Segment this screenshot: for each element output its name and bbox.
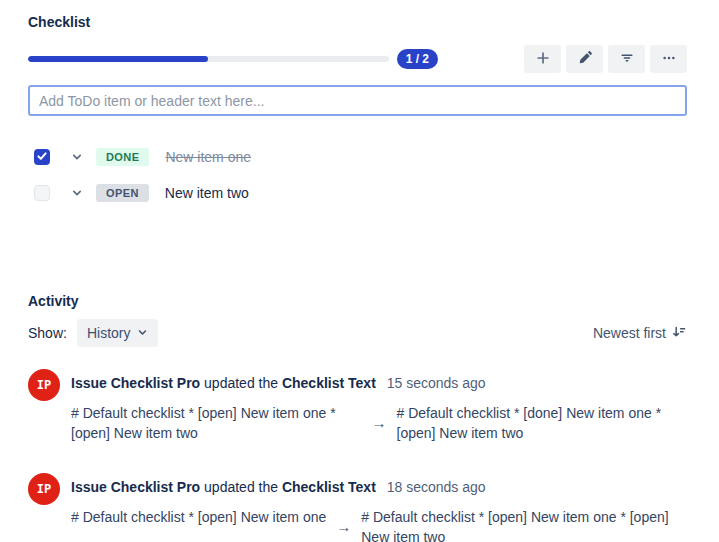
check-icon — [36, 148, 48, 166]
more-options-button[interactable] — [650, 45, 687, 73]
show-label: Show: — [28, 325, 67, 341]
activity-entry: IP Issue Checklist Pro updated the Check… — [28, 473, 687, 542]
activity-entry-body: Issue Checklist Pro updated the Checklis… — [71, 473, 671, 542]
field-name: Checklist Text — [282, 375, 376, 391]
checklist-title: Checklist — [28, 14, 687, 30]
checklist-items: DONE New item one OPEN New item two — [28, 139, 687, 211]
sort-order-label: Newest first — [593, 325, 666, 341]
old-value: # Default checklist * [open] New item on… — [71, 507, 326, 542]
progress-bar — [28, 56, 389, 62]
actor-name: Issue Checklist Pro — [71, 375, 200, 391]
progress-count-badge: 1 / 2 — [397, 49, 438, 69]
filter-icon — [619, 50, 635, 69]
checklist-toolbar — [524, 45, 687, 73]
action-text: updated the — [204, 479, 278, 495]
status-badge[interactable]: DONE — [96, 148, 149, 166]
sort-descending-icon — [671, 324, 687, 343]
edit-checklist-button[interactable] — [566, 45, 603, 73]
progress-toolbar-row: 1 / 2 — [28, 45, 687, 73]
add-todo-input[interactable] — [28, 85, 687, 116]
activity-controls: Show: History Newest first — [28, 319, 687, 347]
pencil-icon — [577, 50, 593, 69]
actor-name: Issue Checklist Pro — [71, 479, 200, 495]
activity-entry-header: Issue Checklist Pro updated the Checklis… — [71, 479, 671, 495]
new-value: # Default checklist * [done] New item on… — [397, 403, 688, 443]
filter-items-button[interactable] — [608, 45, 645, 73]
activity-section: Activity Show: History Newest first IP — [28, 293, 687, 542]
field-name: Checklist Text — [282, 479, 376, 495]
status-badge[interactable]: OPEN — [96, 184, 149, 202]
sort-order-button[interactable]: Newest first — [593, 324, 687, 343]
history-filter-dropdown[interactable]: History — [77, 319, 159, 347]
item-checkbox-checked[interactable] — [34, 149, 50, 165]
timestamp: 18 seconds ago — [387, 479, 486, 495]
item-text[interactable]: New item one — [165, 149, 251, 165]
item-text[interactable]: New item two — [165, 185, 249, 201]
action-text: updated the — [204, 375, 278, 391]
activity-title: Activity — [28, 293, 687, 309]
chevron-down-icon[interactable] — [71, 187, 83, 199]
arrow-right-icon: → — [372, 413, 387, 433]
ellipsis-icon — [661, 50, 677, 69]
avatar[interactable]: IP — [28, 473, 60, 505]
chevron-down-icon — [137, 325, 148, 341]
new-value: # Default checklist * [open] New item on… — [361, 507, 671, 542]
timestamp: 15 seconds ago — [387, 375, 486, 391]
checklist-item-row: OPEN New item two — [28, 175, 687, 211]
change-diff: # Default checklist * [open] New item on… — [71, 403, 687, 443]
checklist-item-row: DONE New item one — [28, 139, 687, 175]
old-value: # Default checklist * [open] New item on… — [71, 403, 362, 443]
avatar[interactable]: IP — [28, 369, 60, 401]
arrow-right-icon: → — [336, 517, 351, 537]
plus-icon — [535, 50, 551, 69]
chevron-down-icon[interactable] — [71, 151, 83, 163]
activity-entry-body: Issue Checklist Pro updated the Checklis… — [71, 369, 687, 443]
issue-checklist-panel: Checklist 1 / 2 — [0, 0, 719, 542]
progress-fill — [28, 56, 208, 62]
change-diff: # Default checklist * [open] New item on… — [71, 507, 671, 542]
history-filter-value: History — [87, 325, 131, 341]
activity-entry-header: Issue Checklist Pro updated the Checklis… — [71, 375, 687, 391]
item-checkbox-unchecked[interactable] — [34, 185, 50, 201]
add-item-button[interactable] — [524, 45, 561, 73]
activity-entry: IP Issue Checklist Pro updated the Check… — [28, 369, 687, 443]
